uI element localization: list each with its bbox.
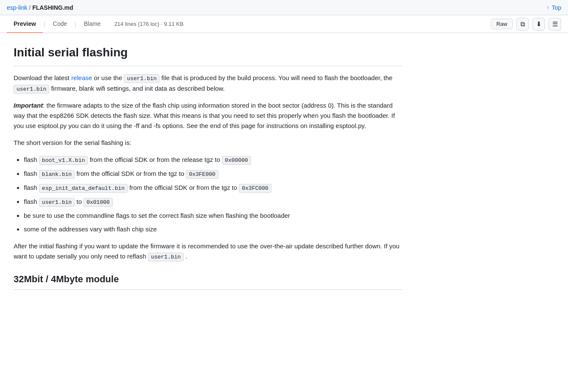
section-heading-2: 32Mbit / 4Mbyte module	[14, 272, 402, 289]
bullet4-before: flash	[24, 198, 39, 205]
bullet4-middle: to	[75, 198, 84, 205]
breadcrumb: esp-link / FLASHING.md	[7, 4, 73, 11]
list-item-5: be sure to use the commandline flags to …	[24, 211, 402, 221]
release-link[interactable]: release	[71, 74, 92, 81]
top-link[interactable]: ↑ Top	[546, 4, 561, 11]
copy-button[interactable]: ⧉	[516, 18, 529, 31]
list-item-2: flash blank.bin from the official SDK or…	[24, 169, 402, 179]
list-item-3: flash esp_init_data_default.bin from the…	[24, 183, 402, 193]
arrow-up-icon: ↑	[546, 5, 549, 11]
bullet2-middle: from the official SDK or from the tgz to	[75, 170, 186, 177]
bullet1-middle: from the official SDK or from the releas…	[88, 156, 222, 163]
menu-button[interactable]: ☰	[548, 18, 561, 31]
bullet1-code: boot_v1.X.bin	[39, 156, 88, 165]
list-item-1: flash boot_v1.X.bin from the official SD…	[24, 155, 402, 165]
para1-text-after-link: or use the	[92, 74, 124, 81]
para1-code2: user1.bin	[14, 85, 49, 94]
bullet3-before: flash	[24, 184, 39, 191]
list-item-4: flash user1.bin to 0x01000	[24, 197, 402, 207]
tab-blame[interactable]: Blame	[77, 15, 108, 33]
bullet1-addr: 0x00000	[222, 156, 251, 165]
para2-text: : the firmware adapts to the size of the…	[14, 102, 395, 129]
top-label: Top	[551, 4, 561, 11]
para1-code1: user1.bin	[124, 74, 159, 83]
bullet2-code: blank.bin	[39, 170, 75, 179]
section-heading-1: Initial serial flashing	[14, 43, 402, 66]
file-info: 214 lines (176 loc) · 9.11 KB	[114, 21, 491, 27]
paragraph-1: Download the latest release or use the u…	[14, 73, 402, 94]
para1-rest: file that is produced by the build proce…	[159, 74, 392, 81]
main-content: Initial serial flashing Download the lat…	[0, 33, 416, 305]
bullet2-before: flash	[24, 170, 39, 177]
bullet1-before: flash	[24, 156, 39, 163]
tab-divider-2: |	[75, 21, 76, 28]
toolbar-actions: Raw ⧉ ⬇ ☰	[491, 18, 561, 31]
bullet3-middle: from the official SDK or from the tgz to	[128, 184, 239, 191]
tab-divider-1: |	[44, 21, 45, 28]
tab-bar: Preview | Code | Blame 214 lines (176 lo…	[0, 15, 568, 33]
paragraph-4: After the initial flashing if you want t…	[14, 241, 402, 262]
para1-end: firmware, blank wifi settings, and init …	[49, 85, 225, 92]
para1-text-before-link: Download the latest	[14, 74, 71, 81]
download-button[interactable]: ⬇	[532, 18, 545, 31]
breadcrumb-filename: FLASHING.md	[32, 4, 73, 11]
flash-list: flash boot_v1.X.bin from the official SD…	[24, 155, 402, 234]
para4-end: .	[184, 253, 187, 260]
para4-before: After the initial flashing if you want t…	[14, 242, 400, 260]
bullet2-addr: 0x3FE000	[186, 170, 218, 179]
para2-strong: Important	[14, 102, 43, 109]
top-bar: esp-link / FLASHING.md ↑ Top	[0, 0, 568, 15]
breadcrumb-separator: /	[29, 4, 31, 11]
bullet3-addr: 0x3FC000	[239, 184, 271, 193]
bullet3-code: esp_init_data_default.bin	[39, 184, 128, 193]
raw-button[interactable]: Raw	[491, 19, 513, 29]
paragraph-2: Important: the firmware adapts to the si…	[14, 100, 402, 131]
bullet4-addr: 0x01000	[84, 198, 113, 207]
repo-link[interactable]: esp-link	[7, 4, 27, 11]
para4-code: user1.bin	[148, 253, 184, 261]
tab-preview[interactable]: Preview	[7, 15, 43, 33]
list-item-6: some of the addresses vary with flash ch…	[24, 224, 402, 234]
tab-code[interactable]: Code	[46, 15, 74, 33]
para2-italic: Important	[14, 102, 43, 109]
bullet4-code: user1.bin	[39, 198, 75, 207]
paragraph-3: The short version for the serial flashin…	[14, 138, 402, 148]
